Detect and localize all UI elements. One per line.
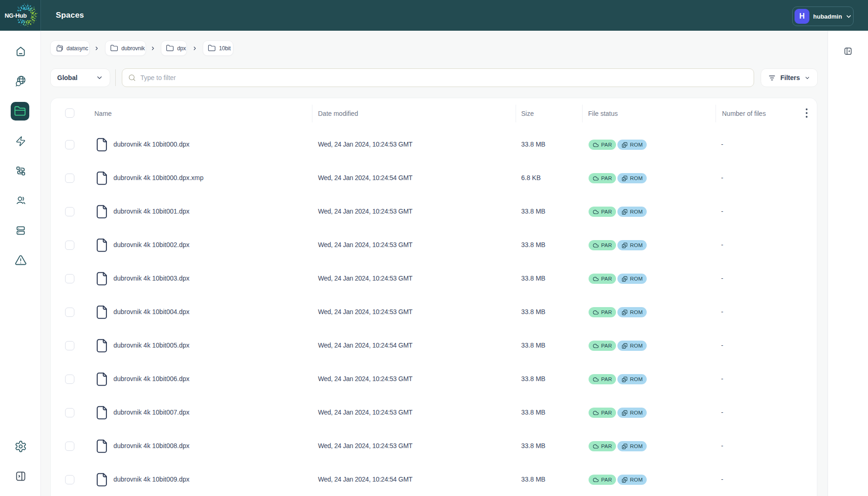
svg-text:NG-Hub: NG-Hub	[5, 12, 27, 19]
